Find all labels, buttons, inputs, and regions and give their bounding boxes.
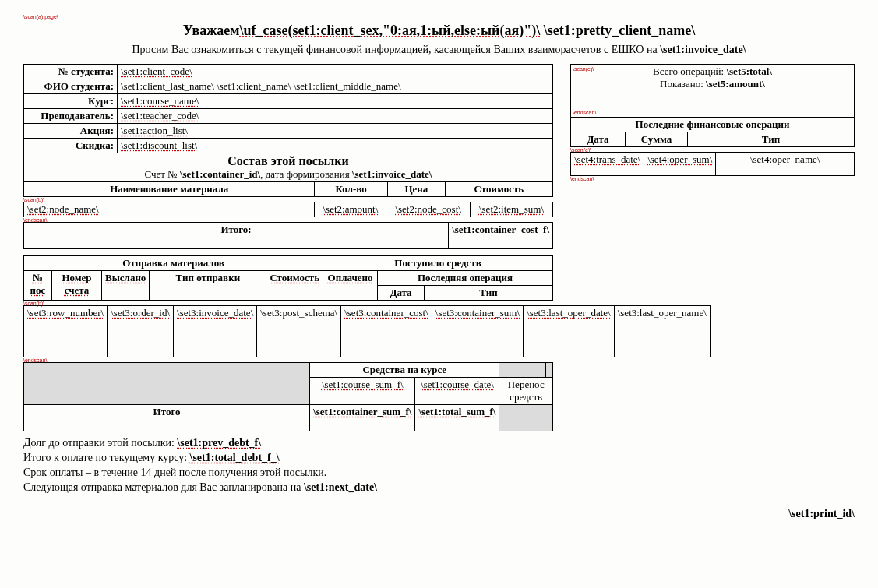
parcel-sub-mid: , дата формирования xyxy=(260,168,352,180)
col-type: Тип xyxy=(425,286,553,301)
value: \set1:teacher_code\ xyxy=(118,109,553,124)
value: \set1:course_name\ xyxy=(118,94,553,109)
col-cost: Стоимость xyxy=(266,271,323,301)
cell-cost: \set3:container_cost\ xyxy=(341,306,432,357)
funds-sum: \set1:course_sum_f\ xyxy=(310,378,415,405)
total-label: Итого: xyxy=(24,223,449,249)
label: Акция: xyxy=(24,124,118,139)
ops-cell-sum: \set4:oper_sum\ xyxy=(644,153,716,176)
parcel-sub-prefix: Счет № xyxy=(145,168,180,180)
footer-l3: Срок оплаты – в течение 14 дней после по… xyxy=(23,466,553,481)
cell-type: \set3:last_oper_name\ xyxy=(614,306,710,357)
row-student-no: № студента: \set1:client_code\ xyxy=(24,65,553,79)
cell-order: \set3:order_id\ xyxy=(108,306,174,357)
parcel-total-row: Итого: \set1:container_cost_f\ xyxy=(23,222,553,249)
cell-name: \set2:node_name\ xyxy=(24,202,315,217)
intro-date: \set1:invoice_date\ xyxy=(660,44,746,55)
label: Курс: xyxy=(24,94,118,109)
cell-shiptype: \set3:post_schema\ xyxy=(257,306,341,357)
row-action: Акция: \set1:action_list\ xyxy=(24,124,553,139)
ops-table: Последние финансовые операции Дата Сумма… xyxy=(570,117,855,147)
col-name: Наименование материала xyxy=(24,182,315,197)
footer-l4a: Следующая отправка материалов для Вас за… xyxy=(23,481,304,493)
label: № студента: xyxy=(24,65,118,79)
student-info-table: № студента: \set1:client_code\ ФИО студе… xyxy=(23,64,553,153)
value: \set1:discount_list\ xyxy=(118,139,553,153)
ops-col-type: Тип xyxy=(688,132,855,147)
col-price: Цена xyxy=(387,182,445,197)
cell-paid: \set3:container_sum\ xyxy=(432,306,523,357)
title-prefix: Уважаем xyxy=(183,23,240,38)
funds-heading: Средства на курсе xyxy=(310,363,499,378)
col-lastop: Последняя операция xyxy=(378,271,553,286)
label: Преподаватель: xyxy=(24,109,118,124)
endscan-marker-e1: \endscan\ xyxy=(573,110,596,115)
cell-no: \set3:row_number\ xyxy=(24,306,108,357)
ops-cell-type: \set4:oper_name\ xyxy=(716,153,855,176)
funds-type: Перенос средств xyxy=(499,378,553,405)
col-qty: Кол-во xyxy=(315,182,387,197)
funds-date: \set1:course_date\ xyxy=(415,378,499,405)
ops-col-sum: Сумма xyxy=(626,132,688,147)
ship-total-paid: \set1:total_sum_f\ xyxy=(415,405,499,431)
value: \set1:client_code\ xyxy=(118,65,553,79)
print-id: \set1:print_id\ xyxy=(23,508,855,520)
shipments-data-row: \set3:row_number\ \set3:order_id\ \set3:… xyxy=(23,305,711,357)
ship-total-cost: \set1:container_sum_f\ xyxy=(310,405,415,431)
parcel-container-id: \set1:container_id\ xyxy=(180,168,260,180)
ops-total-label: Всего операций: xyxy=(653,65,726,77)
ops-data-row: \set4:trans_date\ \set4:oper_sum\ \set4:… xyxy=(570,152,855,176)
col-paid: Оплачено xyxy=(323,271,378,301)
col-sent: Выслано xyxy=(102,271,150,301)
ship-total-label: Итого xyxy=(24,405,310,431)
cell-price: \set2:node_cost\ xyxy=(386,202,471,217)
title-name: \set1:pretty_client_name\ xyxy=(544,23,696,38)
endscan-marker-e2: \endscan\ xyxy=(570,176,855,181)
scan-marker-e1: \scan(e)\ xyxy=(573,66,594,72)
ops-shown-label: Показано: xyxy=(660,78,706,90)
col-cost: Стоимость xyxy=(445,182,552,197)
footer-l1b: \set1:prev_debt_f\ xyxy=(177,437,261,449)
row-teacher: Преподаватель: \set1:teacher_code\ xyxy=(24,109,553,124)
value: \set1:action_list\ xyxy=(118,124,553,139)
page-title: Уважаем\uf_case(set1:client_sex,"0:ая,1:… xyxy=(23,23,855,39)
scan-marker-top: \scan(a),page\ xyxy=(23,14,855,19)
parcel-data-row: \set2:node_name\ \set2:amount\ \set2:nod… xyxy=(23,202,553,217)
value: \set1:client_last_name\ \set1:client_nam… xyxy=(118,79,553,94)
parcel-heading: Состав этой посылки xyxy=(227,154,348,167)
col-order: Номер счета xyxy=(52,271,102,301)
cell-cost: \set2:item_sum\ xyxy=(470,202,552,217)
ops-cell-date: \set4:trans_date\ xyxy=(571,153,644,176)
col-date: Дата xyxy=(378,286,425,301)
col-shiptype: Тип отправки xyxy=(150,271,266,301)
parcel-table: Состав этой посылки Счет № \set1:contain… xyxy=(23,153,553,197)
ops-shown-value: \set5:amount\ xyxy=(706,78,765,90)
total-value: \set1:container_cost_f\ xyxy=(449,223,553,249)
row-student-fio: ФИО студента: \set1:client_last_name\ \s… xyxy=(24,79,553,94)
row-course: Курс: \set1:course_name\ xyxy=(24,94,553,109)
cell-qty: \set2:amount\ xyxy=(315,202,386,217)
ops-total-value: \set5:total\ xyxy=(726,65,771,77)
intro-line: Просим Вас ознакомиться с текущей финанс… xyxy=(23,44,855,56)
label: Скидка: xyxy=(24,139,118,153)
ops-summary: \scan(e)\ Всего операций: \set5:total\ П… xyxy=(570,64,855,118)
ops-col-date: Дата xyxy=(571,132,626,147)
footer-block: Долг до отправки этой посылки: \set1:pre… xyxy=(23,436,553,495)
shipments-table: Отправка материалов Поступило средств № … xyxy=(23,255,553,301)
footer-l1a: Долг до отправки этой посылки: xyxy=(23,437,177,449)
row-discount: Скидка: \set1:discount_list\ xyxy=(24,139,553,153)
shipments-footer: Средства на курсе \set1:course_sum_f\ \s… xyxy=(23,362,553,431)
footer-l4b: \set1:next_date\ xyxy=(304,481,377,493)
ship-right-heading: Поступило средств xyxy=(323,256,553,271)
footer-l2a: Итого к оплате по текущему курсу: xyxy=(23,452,190,463)
parcel-inv-date: \set1:invoice_date\ xyxy=(352,168,432,180)
footer-l2b: \set1:total_debt_f_\ xyxy=(190,452,280,463)
ops-heading: Последние финансовые операции xyxy=(571,118,855,132)
cell-date: \set3:last_oper_date\ xyxy=(524,306,615,357)
col-no: № пос xyxy=(24,271,52,301)
label: ФИО студента: xyxy=(24,79,118,94)
title-ufcase: \uf_case(set1:client_sex,"0:ая,1:ый,else… xyxy=(239,23,540,38)
ship-left-heading: Отправка материалов xyxy=(24,256,323,271)
cell-sent: \set3:invoice_date\ xyxy=(174,306,257,357)
intro-text: Просим Вас ознакомиться с текущей финанс… xyxy=(132,44,660,55)
